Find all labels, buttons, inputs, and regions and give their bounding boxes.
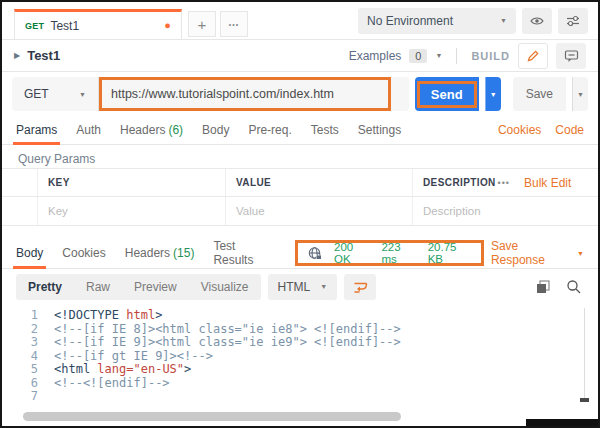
view-mode-group: Pretty Raw Preview Visualize xyxy=(16,274,261,300)
send-button[interactable]: Send xyxy=(415,77,479,111)
cookies-link[interactable]: Cookies xyxy=(498,123,541,137)
column-menu-icon[interactable]: ••• xyxy=(498,178,514,188)
response-tab-cookies[interactable]: Cookies xyxy=(62,238,105,268)
unsaved-dot-icon: ● xyxy=(164,20,171,31)
eye-icon xyxy=(529,14,545,28)
vertical-scrollbar-thumb[interactable] xyxy=(580,398,589,402)
key-input[interactable]: Key xyxy=(38,197,226,225)
send-chevron-icon: ▼ xyxy=(490,91,497,98)
code-text: <!DOCTYPE html> xyxy=(38,309,162,323)
method-value: GET xyxy=(24,87,49,101)
send-options-button[interactable]: ▼ xyxy=(485,77,501,111)
view-mode-preview[interactable]: Preview xyxy=(122,274,189,300)
response-body-code: 1<!DOCTYPE html>2<!--[if IE 8]><html cla… xyxy=(2,304,598,426)
column-header-description: DESCRIPTION ••• xyxy=(413,169,524,196)
tab-method-label: GET xyxy=(25,21,44,31)
response-time[interactable]: 223 ms xyxy=(381,241,416,265)
view-mode-raw[interactable]: Raw xyxy=(74,274,122,300)
row-select-cell[interactable] xyxy=(2,197,38,225)
view-mode-visualize[interactable]: Visualize xyxy=(189,274,261,300)
response-view-toolbar: Pretty Raw Preview Visualize HTML ▼ xyxy=(2,269,598,304)
annotation-highlight-send: Send xyxy=(417,81,477,108)
code-text: <!--[if IE 8]><html class="ie ie8"> <![e… xyxy=(38,323,401,337)
tab-headers[interactable]: Headers(6) xyxy=(120,116,183,144)
environment-selector[interactable]: No Environment ▼ xyxy=(358,8,516,34)
query-params-table: KEY VALUE DESCRIPTION ••• Bulk Edit Key … xyxy=(2,168,598,226)
response-tab-test-results[interactable]: Test Results xyxy=(213,238,276,268)
request-tabs: Params Auth Headers(6) Body Pre-req. Tes… xyxy=(2,116,598,145)
value-input[interactable]: Value xyxy=(226,197,413,225)
save-button[interactable]: Save xyxy=(513,77,566,111)
format-selector[interactable]: HTML ▼ xyxy=(268,274,338,300)
save-options-button[interactable]: ▼ xyxy=(572,77,588,111)
network-globe-icon xyxy=(307,246,323,261)
save-chevron-icon: ▼ xyxy=(577,91,584,98)
status-badge[interactable]: 200 OK xyxy=(334,241,370,265)
tab-tests[interactable]: Tests xyxy=(311,116,339,144)
response-tab-headers[interactable]: Headers(15) xyxy=(125,238,195,268)
line-number: 7 xyxy=(2,390,38,404)
bulk-edit-link[interactable]: Bulk Edit xyxy=(524,176,598,190)
response-tab-body[interactable]: Body xyxy=(16,238,43,268)
code-text: <!--<![endif]--> xyxy=(38,377,170,391)
method-selector[interactable]: GET ▼ xyxy=(12,87,98,101)
view-mode-pretty[interactable]: Pretty xyxy=(16,274,74,300)
comment-button[interactable] xyxy=(556,43,586,69)
annotation-highlight-url: https://www.tutorialspoint.com/index.htm xyxy=(99,77,391,111)
line-number: 2 xyxy=(2,323,38,337)
request-tab-test1[interactable]: GET Test1 ● xyxy=(14,9,182,39)
code-text: <!--[if gt IE 9]><!--> xyxy=(38,350,213,364)
format-value: HTML xyxy=(278,280,311,294)
method-chevron-icon: ▼ xyxy=(79,91,86,98)
examples-chevron-icon[interactable]: ▼ xyxy=(435,52,442,59)
request-tab-links: Cookies Code xyxy=(498,123,584,137)
horizontal-scrollbar[interactable] xyxy=(2,410,598,422)
wrap-lines-button[interactable] xyxy=(344,274,376,300)
environment-selector-value: No Environment xyxy=(367,14,453,28)
new-tab-button[interactable]: + xyxy=(188,11,216,37)
window-corner-block xyxy=(526,419,600,428)
row-select-column xyxy=(2,169,38,196)
url-input[interactable]: https://www.tutorialspoint.com/index.htm xyxy=(111,87,334,101)
examples-count-badge: 0 xyxy=(409,49,427,63)
tab-menu-button[interactable]: ••• xyxy=(220,11,248,37)
tab-pre-request[interactable]: Pre-req. xyxy=(248,116,291,144)
code-line: 4<!--[if gt IE 9]><!--> xyxy=(2,350,598,364)
vertical-scrollbar[interactable] xyxy=(584,308,585,402)
code-line: 3<!--[if IE 9]><html class="ie ie9"> <![… xyxy=(2,336,598,350)
response-size[interactable]: 20.75 KB xyxy=(428,241,472,265)
headers-count: (6) xyxy=(168,123,183,137)
tab-body[interactable]: Body xyxy=(202,116,229,144)
tab-auth[interactable]: Auth xyxy=(76,116,101,144)
line-number: 1 xyxy=(2,309,38,323)
code-line: 7 xyxy=(2,390,598,404)
line-number: 3 xyxy=(2,336,38,350)
line-number: 5 xyxy=(2,363,38,377)
request-title: Test1 xyxy=(27,48,60,63)
response-headers-count: (15) xyxy=(173,246,194,260)
divider xyxy=(456,48,457,64)
code-link[interactable]: Code xyxy=(555,123,584,137)
collapse-arrow-icon[interactable]: ▶ xyxy=(14,51,20,60)
comment-icon xyxy=(564,49,579,63)
table-header-row: KEY VALUE DESCRIPTION ••• Bulk Edit xyxy=(2,169,598,197)
environment-quick-look-button[interactable] xyxy=(522,8,552,34)
code-text: <html lang="en-US"> xyxy=(38,363,191,377)
tab-bar: GET Test1 ● + ••• No Environment ▼ xyxy=(2,2,598,40)
pencil-icon xyxy=(526,49,540,63)
column-header-value: VALUE xyxy=(226,169,413,196)
code-line: 6<!--<![endif]--> xyxy=(2,377,598,391)
code-lines: 1<!DOCTYPE html>2<!--[if IE 8]><html cla… xyxy=(2,309,598,404)
response-tabs: Body Cookies Headers(15) Test Results 20… xyxy=(2,238,598,269)
search-icon[interactable] xyxy=(566,279,582,295)
description-input[interactable]: Description xyxy=(413,197,524,225)
edit-request-button[interactable] xyxy=(518,43,548,69)
settings-button[interactable] xyxy=(558,8,588,34)
save-response-button[interactable]: Save Response ▼ xyxy=(491,239,584,267)
examples-label: Examples xyxy=(349,49,402,63)
line-number: 6 xyxy=(2,377,38,391)
tab-settings[interactable]: Settings xyxy=(358,116,401,144)
horizontal-scrollbar-thumb[interactable] xyxy=(23,412,401,421)
tab-params[interactable]: Params xyxy=(16,116,57,144)
copy-icon[interactable] xyxy=(535,279,551,295)
